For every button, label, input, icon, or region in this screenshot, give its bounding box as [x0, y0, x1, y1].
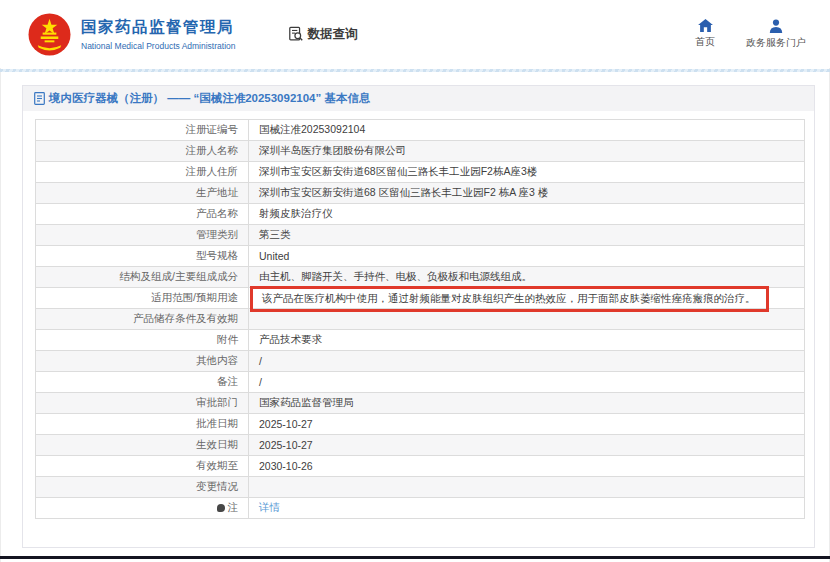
- data-query-label: 数据查询: [308, 26, 358, 43]
- nmpa-emblem-logo: [28, 13, 71, 56]
- data-query-nav[interactable]: 数据查询: [288, 26, 358, 43]
- row-label: 生效日期: [36, 435, 249, 456]
- row-value: 国械注准20253092104: [249, 120, 805, 141]
- table-row: 其他内容/: [36, 351, 805, 372]
- row-value: 详情: [249, 498, 805, 519]
- row-label: 审批部门: [36, 393, 249, 414]
- header-divider: [0, 69, 830, 72]
- row-value: 射频皮肤治疗仪: [249, 204, 805, 225]
- row-value: 深圳市宝安区新安街道68 区留仙三路长丰工业园F2 栋A 座3 楼: [249, 183, 805, 204]
- person-icon: [769, 19, 783, 33]
- row-value: 第三类: [249, 225, 805, 246]
- row-label: 批准日期: [36, 414, 249, 435]
- highlight-annotation: 该产品在医疗机构中使用，通过射频能量对皮肤组织产生的热效应，用于面部皮肤萎缩性痤…: [250, 286, 769, 312]
- table-row: 变更情况: [36, 477, 805, 498]
- table-row: 注册人住所深圳市宝安区新安街道68区留仙三路长丰工业园F2栋A座3楼: [36, 162, 805, 183]
- row-label: 结构及组成/主要组成成分: [36, 267, 249, 288]
- table-row: 注册证编号国械注准20253092104: [36, 120, 805, 141]
- org-name-en: National Medical Products Administration: [81, 41, 236, 51]
- table-row: 型号规格United: [36, 246, 805, 267]
- row-label: 变更情况: [36, 477, 249, 498]
- row-value: United: [249, 246, 805, 267]
- table-row: 适用范围/预期用途该产品在医疗机构中使用，通过射频能量对皮肤组织产生的热效应，用…: [36, 288, 805, 309]
- table-row: 注册人名称深圳半岛医疗集团股份有限公司: [36, 141, 805, 162]
- row-value: 国家药品监督管理局: [249, 393, 805, 414]
- header-nav: 首页 政务服务门户: [688, 19, 806, 50]
- org-name: 国家药品监督管理局: [81, 17, 236, 38]
- row-label: 其他内容: [36, 351, 249, 372]
- document-search-icon: [288, 26, 304, 42]
- table-row: 附件产品技术要求: [36, 330, 805, 351]
- nav-item-home[interactable]: 首页: [688, 19, 722, 50]
- row-value: 2025-10-27: [249, 435, 805, 456]
- row-value: 2025-10-27: [249, 414, 805, 435]
- row-label: 有效期至: [36, 456, 249, 477]
- registration-info-table: 注册证编号国械注准20253092104注册人名称深圳半岛医疗集团股份有限公司注…: [35, 119, 805, 519]
- panel-title-bar: 境内医疗器械（注册） —— “国械注准20253092104” 基本信息: [23, 86, 814, 111]
- table-row: 结构及组成/主要组成成分由主机、脚踏开关、手持件、电极、负极板和电源线组成。: [36, 267, 805, 288]
- row-value: 深圳半岛医疗集团股份有限公司: [249, 141, 805, 162]
- row-value: /: [249, 351, 805, 372]
- row-value: [249, 477, 805, 498]
- row-label: 附件: [36, 330, 249, 351]
- table-row: 管理类别第三类: [36, 225, 805, 246]
- nav-item-label: 首页: [695, 35, 715, 49]
- registration-info-panel: 境内医疗器械（注册） —— “国械注准20253092104” 基本信息 注册证…: [22, 85, 815, 548]
- info-table-body: 注册证编号国械注准20253092104注册人名称深圳半岛医疗集团股份有限公司注…: [36, 120, 805, 519]
- row-label: 管理类别: [36, 225, 249, 246]
- row-value: /: [249, 372, 805, 393]
- org-title-block: 国家药品监督管理局 National Medical Products Admi…: [81, 17, 236, 51]
- row-label: 备注: [36, 372, 249, 393]
- row-label: 生产地址: [36, 183, 249, 204]
- table-row: 注详情: [36, 498, 805, 519]
- detail-link[interactable]: 详情: [259, 501, 280, 513]
- row-value: 深圳市宝安区新安街道68区留仙三路长丰工业园F2栋A座3楼: [249, 162, 805, 183]
- table-row: 生效日期2025-10-27: [36, 435, 805, 456]
- panel-title: 境内医疗器械（注册） —— “国械注准20253092104” 基本信息: [49, 91, 370, 106]
- table-row: 批准日期2025-10-27: [36, 414, 805, 435]
- row-value: 该产品在医疗机构中使用，通过射频能量对皮肤组织产生的热效应，用于面部皮肤萎缩性痤…: [249, 288, 805, 309]
- nav-item-service-portal[interactable]: 政务服务门户: [746, 19, 806, 50]
- row-label: 注册人住所: [36, 162, 249, 183]
- table-row: 生产地址深圳市宝安区新安街道68 区留仙三路长丰工业园F2 栋A 座3 楼: [36, 183, 805, 204]
- row-value: 产品技术要求: [249, 330, 805, 351]
- row-value: 由主机、脚踏开关、手持件、电极、负极板和电源线组成。: [249, 267, 805, 288]
- note-icon: [217, 504, 225, 512]
- table-row: 有效期至2030-10-26: [36, 456, 805, 477]
- home-icon: [698, 19, 713, 32]
- row-label: 注册证编号: [36, 120, 249, 141]
- page-bottom-bar: [0, 556, 830, 559]
- table-row: 审批部门国家药品监督管理局: [36, 393, 805, 414]
- row-label: 产品名称: [36, 204, 249, 225]
- row-label: 适用范围/预期用途: [36, 288, 249, 309]
- site-header: 国家药品监督管理局 National Medical Products Admi…: [0, 0, 830, 68]
- row-value: 2030-10-26: [249, 456, 805, 477]
- table-row: 备注/: [36, 372, 805, 393]
- row-label: 型号规格: [36, 246, 249, 267]
- nav-item-label: 政务服务门户: [746, 36, 806, 50]
- row-label: 注: [36, 498, 249, 519]
- document-icon: [34, 92, 45, 105]
- row-label: 产品储存条件及有效期: [36, 309, 249, 330]
- table-row: 产品名称射频皮肤治疗仪: [36, 204, 805, 225]
- row-label: 注册人名称: [36, 141, 249, 162]
